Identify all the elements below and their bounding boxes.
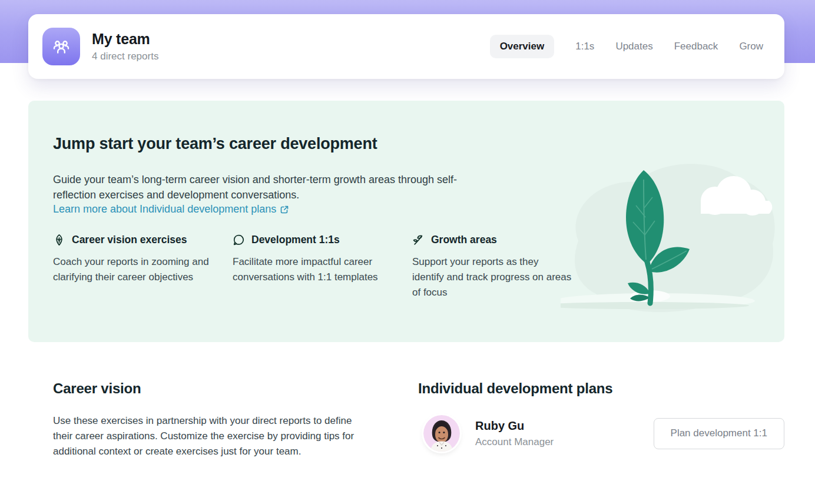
page: My team 4 direct reports Overview 1:1s U… (0, 0, 815, 504)
team-header-text: My team 4 direct reports (92, 31, 158, 62)
feature-title: Career vision exercises (72, 234, 187, 246)
career-vision-title: Career vision (53, 380, 141, 397)
feature-title: Development 1:1s (251, 234, 340, 246)
feature-career-vision-exercises: Career vision exercises Coach your repor… (53, 234, 233, 300)
header-tabs: Overview 1:1s Updates Feedback Grow (490, 35, 763, 58)
person-role: Account Manager (475, 436, 554, 448)
learn-more-link[interactable]: Learn more about Individual development … (53, 203, 289, 215)
external-link-icon (280, 205, 289, 214)
feature-description: Facilitate more impactful career convers… (233, 254, 393, 285)
chat-bubble-icon (233, 234, 245, 246)
feature-growth-areas: Growth areas Support your reports as the… (412, 234, 592, 300)
avatar (423, 415, 460, 452)
feature-columns: Career vision exercises Coach your repor… (53, 234, 592, 300)
tab-1-1s[interactable]: 1:1s (575, 41, 594, 52)
person-text: Ruby Gu Account Manager (475, 419, 554, 448)
team-header-card: My team 4 direct reports Overview 1:1s U… (28, 14, 784, 79)
page-title: My team (92, 31, 158, 48)
seedling-cloud-illustration (561, 147, 780, 335)
feature-development-1-1s: Development 1:1s Facilitate more impactf… (233, 234, 412, 300)
feature-title: Growth areas (431, 234, 497, 246)
learn-more-link-label: Learn more about Individual development … (53, 203, 276, 215)
idp-person-row: Ruby Gu Account Manager Plan development… (418, 412, 784, 455)
career-development-banner: Jump start your team’s career developmen… (28, 101, 784, 342)
team-people-icon (42, 28, 80, 65)
feature-description: Support your reports as they identify an… (412, 254, 572, 300)
sprout-icon (412, 234, 425, 246)
idp-title: Individual development plans (418, 380, 612, 397)
banner-description: Guide your team’s long-term career visio… (53, 172, 471, 203)
tab-overview[interactable]: Overview (490, 35, 555, 58)
plan-development-button[interactable]: Plan development 1:1 (654, 418, 784, 449)
tab-grow[interactable]: Grow (739, 41, 763, 52)
tab-feedback[interactable]: Feedback (674, 41, 718, 52)
career-vision-description: Use these exercises in partnership with … (53, 413, 362, 459)
leaf-icon (53, 234, 65, 246)
direct-reports-count: 4 direct reports (92, 51, 158, 62)
tab-updates[interactable]: Updates (615, 41, 652, 52)
banner-title: Jump start your team’s career developmen… (53, 135, 377, 153)
person-name: Ruby Gu (475, 419, 554, 433)
feature-description: Coach your reports in zooming and clarif… (53, 254, 213, 285)
